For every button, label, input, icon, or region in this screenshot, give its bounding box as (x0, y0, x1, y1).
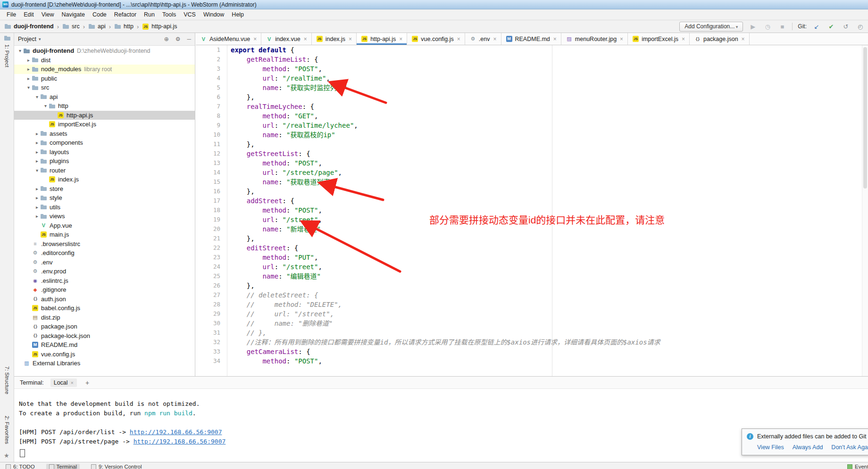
chevron-right-icon[interactable]: ▸ (25, 66, 32, 72)
breadcrumb-item-http[interactable]: http (113, 23, 135, 30)
close-icon[interactable]: × (682, 36, 685, 42)
tree-item-plugins[interactable]: ▸plugins (14, 156, 195, 166)
terminal-output[interactable]: Note that the development build is not o… (14, 389, 868, 446)
tree-item-external-libraries[interactable]: External Libraries (14, 359, 195, 368)
tree-item-utils[interactable]: ▸utils (14, 203, 195, 212)
history-icon[interactable]: ↺ (841, 23, 851, 30)
tree-item-vue-config-js[interactable]: vue.config.js (14, 350, 195, 359)
tree-item-style[interactable]: ▸style (14, 193, 195, 203)
code-line[interactable]: 17 addStreet: { (196, 196, 868, 206)
statusbar-item-9-version-control[interactable]: 9: Version Control (91, 464, 142, 469)
editor-tab-http-api-js[interactable]: http-api.js× (357, 33, 407, 45)
code-line[interactable]: 22 editStreet: { (196, 243, 868, 253)
editor[interactable]: 1export default {2 getRealTimeList: {3 m… (196, 45, 868, 376)
code-line[interactable]: 8 method: "GET", (196, 111, 868, 121)
git-update-icon[interactable]: ↙ (812, 23, 821, 30)
close-icon[interactable]: × (349, 36, 352, 42)
breadcrumb-item-src[interactable]: src (61, 23, 81, 30)
code-line[interactable]: 31 // }, (196, 328, 868, 337)
tree-item-app-vue[interactable]: App.vue (14, 221, 195, 230)
code-line[interactable]: 27 // deleteStreet: { (196, 290, 868, 300)
code-line[interactable]: 13 method: "POST", (196, 158, 868, 168)
code-line[interactable]: 32 //注释：所有用到删除的接口都需要拼接变量id，所以请求方式采用了挂载在原… (196, 337, 868, 347)
tree-item-assets[interactable]: ▸assets (14, 129, 195, 139)
chevron-right-icon[interactable]: ▸ (34, 205, 40, 210)
tree-item-babel-config-js[interactable]: babel.config.js (14, 304, 195, 313)
tree-item-public[interactable]: ▸public (14, 74, 195, 83)
code-line[interactable]: 34 method: "POST", (196, 356, 868, 366)
code-line[interactable]: 25 name: "编辑巷道" (196, 272, 868, 281)
tool-button-structure[interactable]: 7: Structure (1, 366, 13, 394)
chevron-right-icon[interactable]: ▸ (34, 214, 40, 219)
favorites-star-icon[interactable]: ★ (4, 452, 9, 459)
menu-item-file[interactable]: File (3, 10, 20, 19)
tree-item-router[interactable]: ▾router (14, 166, 195, 175)
locate-file-icon[interactable]: ⊕ (164, 36, 169, 42)
code-line[interactable]: 28 // method: "DELETE", (196, 300, 868, 309)
tree-item-node-modules[interactable]: ▸node_modules library root (14, 65, 195, 74)
chevron-down-icon[interactable]: ▾ (34, 168, 40, 173)
code-line[interactable]: 23 method: "PUT", (196, 253, 868, 262)
tree-item-dist-zip[interactable]: dist.zip (14, 313, 195, 322)
code-line[interactable]: 6 }, (196, 92, 868, 102)
menu-item-window[interactable]: Window (200, 10, 228, 19)
chevron-right-icon[interactable]: ▸ (34, 149, 40, 155)
chevron-down-icon[interactable]: ▾ (42, 103, 49, 108)
editor-tab-menurouter-jpg[interactable]: menuRouter.jpg× (561, 33, 628, 45)
editor-tab-index-vue[interactable]: index.vue× (261, 33, 312, 45)
editor-tab-readme-md[interactable]: README.md× (501, 33, 561, 45)
close-icon[interactable]: × (620, 36, 623, 42)
code-line[interactable]: 1export default { (196, 45, 868, 55)
chevron-right-icon[interactable]: ▸ (34, 140, 40, 145)
code-line[interactable]: 30 // name: "删除巷道" (196, 319, 868, 328)
project-panel-title[interactable]: Project ▾ (18, 36, 41, 42)
close-icon[interactable]: × (742, 36, 745, 42)
close-icon[interactable]: × (457, 36, 460, 42)
tree-item-gitignore[interactable]: .gitignore (14, 285, 195, 295)
code-line[interactable]: 21 }, (196, 234, 868, 243)
settings-gear-icon[interactable]: ⚙ (175, 36, 181, 42)
chevron-right-icon[interactable]: ▸ (34, 131, 40, 136)
tree-item-http-api-js[interactable]: http-api.js (14, 111, 195, 120)
code-line[interactable]: 7 realTimeLychee: { (196, 102, 868, 111)
close-icon[interactable]: × (493, 36, 496, 42)
git-commit-icon[interactable]: ✔ (826, 23, 836, 30)
chevron-down-icon[interactable]: ▾ (25, 85, 32, 90)
tree-item-store[interactable]: ▸store (14, 184, 195, 194)
tree-item-http[interactable]: ▾http (14, 101, 195, 111)
chevron-right-icon[interactable]: ▸ (25, 76, 32, 81)
code-line[interactable]: 26 }, (196, 281, 868, 290)
tree-item-importexcel-js[interactable]: importExcel.js (14, 120, 195, 129)
code-line[interactable]: 11 }, (196, 140, 868, 149)
chevron-right-icon[interactable]: ▸ (25, 58, 32, 63)
editor-tab-vue-config-js[interactable]: vue.config.js× (407, 33, 465, 45)
tree-item-views[interactable]: ▸views (14, 212, 195, 221)
tree-item-src[interactable]: ▾src (14, 83, 195, 92)
tree-item-layouts[interactable]: ▸layouts (14, 148, 195, 157)
profiler-icon[interactable]: ◷ (763, 23, 772, 30)
editor-tab-importexcel-js[interactable]: importExcel.js× (628, 33, 690, 45)
code-line[interactable]: 12 getStreetList: { (196, 149, 868, 158)
breadcrumb-item-duoji-frontend[interactable]: duoji-frontend (3, 23, 55, 30)
tree-item-env[interactable]: .env (14, 258, 195, 267)
tree-item-package-json[interactable]: package.json (14, 322, 195, 331)
tree-item-browserslistrc[interactable]: .browserslistrc (14, 239, 195, 249)
code-line[interactable]: 16 }, (196, 187, 868, 196)
notification-action-don-t-ask-again[interactable]: Don't Ask Again (831, 444, 868, 451)
chevron-right-icon[interactable]: ▸ (34, 195, 40, 200)
code-line[interactable]: 15 name: "获取巷道列表" (196, 177, 868, 187)
tree-item-eslintrc-js[interactable]: .eslintrc.js (14, 276, 195, 286)
menu-item-help[interactable]: Help (228, 10, 248, 19)
code-line[interactable]: 4 url: "/realTime", (196, 74, 868, 83)
code-line[interactable]: 29 // url: "/street", (196, 309, 868, 319)
close-icon[interactable]: × (304, 36, 307, 42)
code-line[interactable]: 9 url: "/realTime/lychee", (196, 121, 868, 130)
menu-item-vcs[interactable]: VCS (180, 10, 200, 19)
new-terminal-icon[interactable]: + (83, 379, 91, 387)
chevron-down-icon[interactable]: ▾ (17, 48, 23, 53)
tree-item-env-prod[interactable]: .env.prod (14, 267, 195, 276)
close-icon[interactable]: × (253, 36, 257, 42)
code-line[interactable]: 24 url: "/street", (196, 262, 868, 272)
tree-item-duoji-frontend[interactable]: ▾duoji-frontend D:\zheheWeb\duoji-fronte… (14, 46, 195, 56)
tree-item-auth-json[interactable]: auth.json (14, 295, 195, 304)
